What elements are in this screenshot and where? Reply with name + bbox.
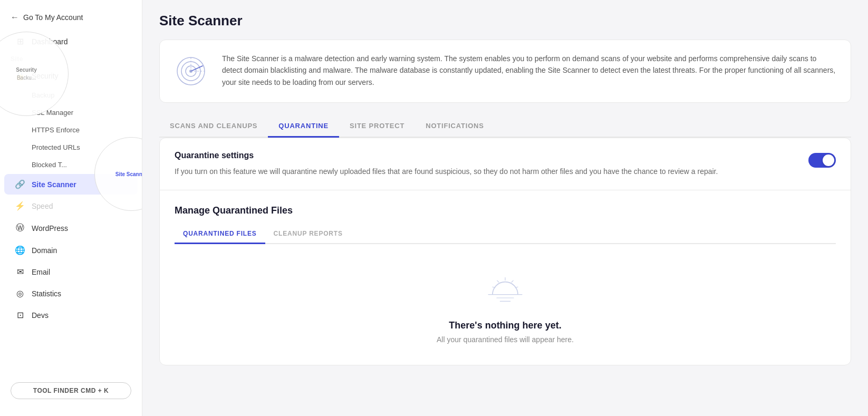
main-content: Site Scanner The Site Scanner is a malwa… [142, 0, 868, 416]
dashboard-icon: ⊞ [15, 36, 25, 46]
sidebar: ← Go To My Account ⊞ Dashboard Site 🔒 Se… [0, 0, 142, 416]
domain-icon: 🌐 [15, 245, 25, 255]
sidebar-item-speed-label: Speed [32, 202, 53, 210]
quarantine-toggle-wrap [808, 151, 836, 168]
sub-tabs: QUARANTINED FILES CLEANUP REPORTS [175, 225, 836, 244]
wordpress-icon: Ⓦ [15, 222, 25, 234]
sidebar-item-wordpress-label: WordPress [32, 224, 68, 233]
sidebar-item-dashboard[interactable]: ⊞ Dashboard [4, 31, 138, 52]
tab-site-protect[interactable]: SITE PROTECT [339, 115, 415, 138]
sub-tab-cleanup-reports[interactable]: CLEANUP REPORTS [265, 225, 351, 244]
sidebar-sub-https-enforce[interactable]: HTTPS Enforce [4, 122, 138, 138]
sidebar-sub-backup[interactable]: Backup [4, 87, 138, 103]
svg-line-4 [191, 66, 202, 71]
empty-state-title: There's nothing here yet. [449, 320, 561, 331]
quarantine-settings-text: Quarantine settings If you turn on this … [175, 151, 770, 177]
quarantine-settings-description: If you turn on this feature we will quar… [175, 166, 770, 177]
back-label: Go To My Account [23, 13, 83, 22]
empty-state-icon [484, 276, 526, 307]
sidebar-item-devs-label: Devs [32, 311, 49, 320]
quarantine-toggle[interactable] [808, 153, 836, 168]
sidebar-item-statistics-label: Statistics [32, 289, 61, 298]
sidebar-item-email-label: Email [32, 268, 50, 276]
empty-state-description: All your quarantined files will appear h… [437, 335, 574, 344]
sidebar-item-dashboard-label: Dashboard [32, 37, 68, 46]
info-card: The Site Scanner is a malware detection … [159, 40, 851, 103]
back-link[interactable]: ← Go To My Account [0, 8, 142, 31]
site-section-label: Site [0, 52, 142, 65]
tab-quarantine[interactable]: QUARANTINE [268, 115, 339, 138]
sidebar-item-speed[interactable]: ⚡ Speed [4, 196, 138, 216]
devs-icon: ⊡ [15, 310, 25, 320]
sidebar-sub-protected-urls[interactable]: Protected URLs [4, 139, 138, 156]
scanner-radar-icon [175, 55, 207, 87]
sidebar-item-site-scanner-label: Site Scanner [32, 180, 76, 189]
sidebar-item-security-label: Security [32, 72, 59, 80]
sidebar-item-email[interactable]: ✉ Email [4, 262, 138, 282]
manage-quarantined-title: Manage Quarantined Files [175, 205, 836, 216]
main-tabs: SCANS AND CLEANUPS QUARANTINE SITE PROTE… [159, 115, 851, 138]
sidebar-item-devs[interactable]: ⊡ Devs [4, 305, 138, 325]
info-description: The Site Scanner is a malware detection … [222, 53, 838, 88]
sidebar-item-statistics[interactable]: ◎ Statistics [4, 283, 138, 304]
sidebar-item-wordpress[interactable]: Ⓦ WordPress [4, 217, 138, 239]
sidebar-sub-ssl-manager[interactable]: SSL Manager [4, 104, 138, 121]
section-card: Quarantine settings If you turn on this … [159, 138, 851, 365]
lock-icon: 🔒 [15, 71, 25, 81]
sub-tab-quarantined-files[interactable]: QUARANTINED FILES [175, 225, 265, 244]
quarantine-settings-section: Quarantine settings If you turn on this … [160, 138, 851, 190]
svg-line-8 [512, 281, 513, 283]
sidebar-item-security[interactable]: 🔒 Security [4, 65, 138, 86]
page-title: Site Scanner [159, 13, 851, 29]
tab-scans-and-cleanups[interactable]: SCANS AND CLEANUPS [159, 115, 268, 138]
manage-quarantined-section: Manage Quarantined Files QUARANTINED FIL… [160, 190, 851, 365]
empty-state: There's nothing here yet. All your quara… [175, 244, 836, 365]
quarantine-settings-title: Quarantine settings [175, 151, 770, 160]
tab-notifications[interactable]: NOTIFICATIONS [415, 115, 495, 138]
sidebar-item-domain[interactable]: 🌐 Domain [4, 240, 138, 260]
svg-line-10 [497, 281, 499, 283]
sidebar-item-domain-label: Domain [32, 246, 57, 255]
scanner-nav-icon: 🔗 [15, 179, 25, 189]
scanner-icon-wrap [172, 53, 209, 90]
speed-icon: ⚡ [15, 201, 25, 211]
email-icon: ✉ [15, 267, 25, 277]
statistics-icon: ◎ [15, 288, 25, 298]
sidebar-item-site-scanner[interactable]: 🔗 Site Scanner [4, 174, 138, 195]
sidebar-sub-blocked-t[interactable]: Blocked T... [4, 157, 138, 173]
back-arrow-icon: ← [11, 13, 19, 22]
tool-finder-button[interactable]: TOOL FINDER CMD + K [11, 382, 131, 399]
